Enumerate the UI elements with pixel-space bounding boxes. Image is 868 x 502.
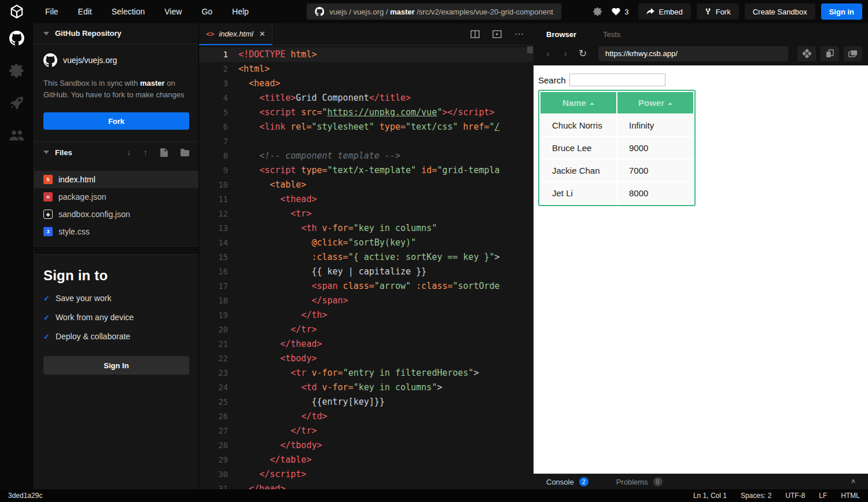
code-line-14[interactable]: 14 @click="sortBy(key)": [199, 236, 534, 250]
code-line-30[interactable]: 30 </script>: [199, 467, 534, 482]
menu-help[interactable]: Help: [232, 7, 249, 16]
file-item-package.json[interactable]: npackage.json: [34, 188, 198, 206]
codesandbox-logo[interactable]: [0, 4, 34, 19]
code-line-29[interactable]: 29 </table>: [199, 453, 534, 467]
html-file-icon: 5: [43, 175, 53, 184]
code-line-7[interactable]: 7: [199, 134, 534, 149]
code-line-4[interactable]: 4 <title>Grid Component</title>: [199, 91, 534, 105]
github-repository-section-header[interactable]: GitHub Repository: [34, 23, 198, 44]
forward-icon[interactable]: ›: [559, 48, 572, 60]
code-line-13[interactable]: 13 <th v-for="key in columns": [199, 221, 534, 236]
code-line-19[interactable]: 19 </th>: [199, 308, 534, 323]
expand-console-chevron-icon[interactable]: ˄: [851, 478, 855, 486]
embed-button[interactable]: Embed: [638, 3, 691, 20]
deployment-rocket-icon[interactable]: [9, 95, 25, 111]
responsive-mode-icon[interactable]: [797, 46, 816, 61]
cursor-position[interactable]: Ln 1, Col 1: [693, 492, 727, 500]
code-line-3[interactable]: 3 <head>: [199, 76, 534, 91]
eol-setting[interactable]: LF: [819, 492, 827, 500]
code-line-18[interactable]: 18 </span>: [199, 294, 534, 308]
menu-edit[interactable]: Edit: [78, 7, 92, 16]
new-file-icon[interactable]: [160, 148, 168, 157]
preferences-gear-icon[interactable]: [593, 7, 602, 16]
duplicate-window-icon[interactable]: [844, 46, 862, 61]
file-list: 5index.htmlnpackage.json◈sandbox.config.…: [34, 163, 198, 246]
export-download-icon[interactable]: ↓: [127, 148, 131, 157]
tab-browser[interactable]: Browser: [546, 30, 576, 39]
sort-header-power[interactable]: Power: [617, 92, 693, 113]
code-editor[interactable]: 1<!DOCTYPE html>2<html>3 <head>4 <title>…: [199, 45, 534, 489]
live-users-icon[interactable]: [9, 127, 25, 144]
split-view-icon[interactable]: [470, 30, 480, 38]
menu-go[interactable]: Go: [201, 7, 212, 16]
repo-row[interactable]: vuejs/vuejs.org: [43, 53, 189, 67]
upload-icon[interactable]: ↑: [144, 148, 148, 157]
line-content: </th>: [238, 308, 328, 323]
editor-scrollbar[interactable]: [527, 45, 534, 489]
fork-button-sidebar[interactable]: Fork: [43, 112, 189, 130]
code-line-9[interactable]: 9 <script type="text/x-template" id="gri…: [199, 163, 534, 178]
file-item-sandbox.config.json[interactable]: ◈sandbox.config.json: [34, 206, 198, 223]
code-line-8[interactable]: 8 <!-- component template -->: [199, 149, 534, 163]
code-line-31[interactable]: 31 </head>: [199, 482, 534, 489]
search-input[interactable]: [569, 74, 665, 86]
code-line-23[interactable]: 23 <tr v-for="entry in filteredHeroes">: [199, 366, 534, 380]
fork-button-top[interactable]: Fork: [697, 3, 739, 20]
code-line-17[interactable]: 17 <span class="arrow" :class="sortOrde: [199, 279, 534, 294]
sign-in-benefits: ✓Save your work✓Work from any device✓Dep…: [43, 294, 189, 341]
code-line-28[interactable]: 28 </tbody>: [199, 438, 534, 453]
code-line-2[interactable]: 2<html>: [199, 62, 534, 76]
language-mode[interactable]: HTML: [841, 492, 860, 500]
code-line-12[interactable]: 12 <tr>: [199, 207, 534, 221]
indentation-setting[interactable]: Spaces: 2: [741, 492, 771, 500]
code-line-22[interactable]: 22 <tbody>: [199, 351, 534, 366]
line-number: 27: [199, 424, 228, 438]
code-line-11[interactable]: 11 <thead>: [199, 192, 534, 207]
breadcrumb[interactable]: vuejs / vuejs.org / master /src/v2/examp…: [307, 3, 561, 20]
problems-tab[interactable]: Problems 0: [616, 477, 663, 486]
create-sandbox-button[interactable]: Create Sandbox: [745, 3, 815, 20]
menu-selection[interactable]: Selection: [112, 7, 145, 16]
new-folder-icon[interactable]: [181, 149, 189, 156]
files-section-header[interactable]: Files ↓ ↑: [34, 142, 198, 163]
sign-in-button-sidebar[interactable]: Sign In: [43, 356, 189, 375]
more-options-icon[interactable]: ⋯: [514, 28, 524, 39]
sort-header-name[interactable]: Name: [540, 92, 616, 113]
encoding-setting[interactable]: UTF-8: [785, 492, 805, 500]
refresh-icon[interactable]: ↻: [576, 47, 589, 60]
url-bar[interactable]: https://krhwy.csb.app/: [598, 46, 788, 61]
open-in-new-window-icon[interactable]: [821, 46, 839, 61]
file-item-index.html[interactable]: 5index.html: [34, 171, 198, 188]
code-line-25[interactable]: 25 {{entry[key]}}: [199, 395, 534, 409]
code-line-27[interactable]: 27 </tr>: [199, 424, 534, 438]
code-line-10[interactable]: 10 <table>: [199, 178, 534, 192]
code-line-6[interactable]: 6 <link rel="stylesheet" type="text/css"…: [199, 120, 534, 134]
code-line-5[interactable]: 5 <script src="https://unpkg.com/vue"></…: [199, 105, 534, 120]
menu-view[interactable]: View: [164, 7, 182, 16]
file-item-style.css[interactable]: 3style.css: [34, 223, 198, 240]
code-line-26[interactable]: 26 </td>: [199, 409, 534, 424]
files-title: Files: [55, 148, 72, 157]
sign-in-button-top[interactable]: Sign in: [821, 3, 862, 20]
search-form: Search: [538, 74, 863, 86]
close-tab-icon[interactable]: ✕: [259, 30, 266, 38]
line-number: 26: [199, 409, 228, 424]
code-line-24[interactable]: 24 <td v-for="key in columns">: [199, 380, 534, 395]
code-line-16[interactable]: 16 {{ key | capitalize }}: [199, 265, 534, 279]
open-preview-icon[interactable]: [492, 30, 502, 38]
tab-tests[interactable]: Tests: [603, 30, 620, 39]
console-tab[interactable]: Console 2: [546, 477, 589, 486]
devtools-tabs: Browser Tests: [534, 23, 868, 45]
menu-file[interactable]: File: [45, 7, 58, 16]
code-line-20[interactable]: 20 </tr>: [199, 323, 534, 337]
code-line-1[interactable]: 1<!DOCTYPE html>: [199, 47, 534, 62]
tab-index-html[interactable]: <> index.html ✕: [199, 23, 273, 45]
code-line-21[interactable]: 21 </thead>: [199, 337, 534, 351]
likes[interactable]: 3: [612, 8, 628, 16]
scrollbar-thumb[interactable]: [527, 46, 533, 53]
code-line-15[interactable]: 15 :class="{ active: sortKey == key }">: [199, 250, 534, 265]
github-panel-icon[interactable]: [9, 30, 25, 46]
settings-panel-icon[interactable]: [9, 63, 25, 79]
table-cell: Bruce Lee: [540, 137, 616, 159]
back-icon[interactable]: ‹: [542, 48, 554, 60]
